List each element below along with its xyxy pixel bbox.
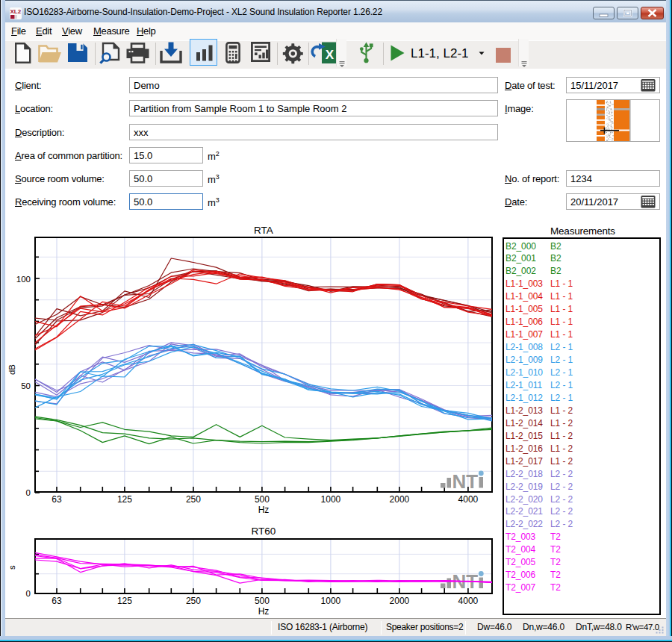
svg-text:63: 63 xyxy=(52,494,62,505)
svg-text:125: 125 xyxy=(117,596,132,606)
svg-text:s: s xyxy=(7,565,16,570)
svg-text:63: 63 xyxy=(52,596,62,606)
svg-text:RT60: RT60 xyxy=(252,526,276,537)
svg-text:Hz: Hz xyxy=(258,606,270,617)
svg-text:125: 125 xyxy=(117,494,132,505)
svg-text:2000: 2000 xyxy=(390,494,410,505)
svg-text:500: 500 xyxy=(255,494,270,505)
svg-text:RTA: RTA xyxy=(254,225,273,236)
svg-text:0: 0 xyxy=(26,589,31,598)
svg-text:250: 250 xyxy=(186,494,201,505)
svg-text:50: 50 xyxy=(21,381,31,390)
svg-text:250: 250 xyxy=(186,596,201,606)
svg-text:1000: 1000 xyxy=(321,494,341,505)
svg-text:XL2: XL2 xyxy=(10,8,22,15)
svg-text:NT: NT xyxy=(452,470,479,493)
svg-text:Hz: Hz xyxy=(258,505,270,515)
svg-text:2000: 2000 xyxy=(390,596,410,606)
svg-text:0: 0 xyxy=(26,488,31,497)
svg-text:100: 100 xyxy=(16,275,31,284)
svg-text:4000: 4000 xyxy=(458,596,479,606)
svg-text:X: X xyxy=(326,48,335,62)
svg-text:dB: dB xyxy=(7,364,16,375)
svg-text:4000: 4000 xyxy=(458,494,479,505)
svg-text:500: 500 xyxy=(255,596,270,606)
svg-text:1000: 1000 xyxy=(321,596,341,606)
